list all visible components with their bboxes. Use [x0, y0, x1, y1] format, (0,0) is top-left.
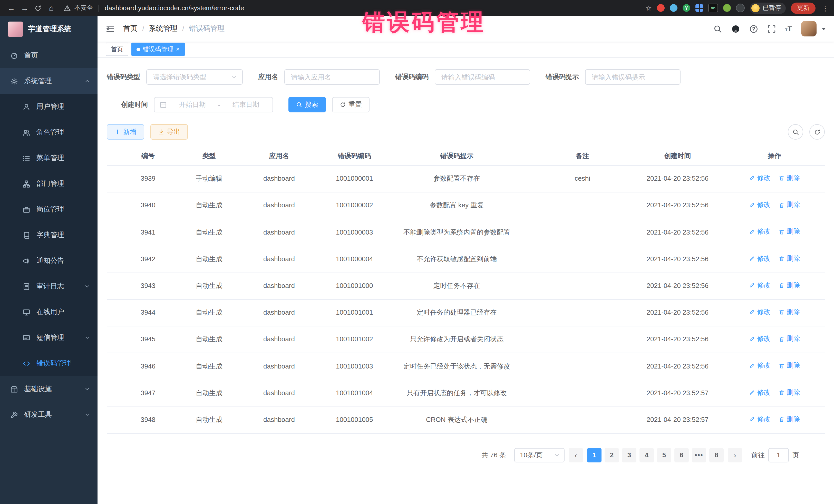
- sidebar-item-dict-mgmt[interactable]: 字典管理: [0, 222, 97, 248]
- edit-button[interactable]: 修改: [749, 200, 770, 211]
- extension-red-icon[interactable]: [657, 4, 665, 12]
- sidebar-item-role-mgmt[interactable]: 角色管理: [0, 119, 97, 145]
- add-button[interactable]: 新增: [107, 124, 144, 139]
- edit-link-label: 修改: [757, 173, 770, 184]
- delete-button[interactable]: 删除: [778, 360, 800, 371]
- show-search-icon-button[interactable]: [788, 124, 803, 139]
- tag-close-icon[interactable]: ×: [176, 46, 180, 52]
- header-message: 错误码提示: [379, 147, 534, 166]
- sidebar-item-error-code-mgmt[interactable]: 错误码管理: [0, 351, 97, 376]
- delete-button[interactable]: 删除: [778, 307, 800, 318]
- cell-created: 2021-04-20 23:52:56: [631, 246, 724, 272]
- sidebar-item-sms-mgmt[interactable]: 短信管理: [0, 325, 97, 351]
- delete-button[interactable]: 删除: [778, 280, 800, 291]
- delete-button[interactable]: 删除: [778, 226, 800, 237]
- profile-chip[interactable]: 已暂停: [750, 2, 786, 14]
- pager-page-1[interactable]: 1: [587, 448, 601, 462]
- pager-page-8[interactable]: 8: [709, 448, 724, 462]
- cell-remark: [534, 300, 631, 326]
- edit-link-label: 修改: [757, 307, 770, 318]
- help-icon[interactable]: [749, 24, 758, 33]
- pager-ellipsis[interactable]: •••: [692, 448, 706, 462]
- extension-green-icon[interactable]: Y: [683, 4, 690, 12]
- delete-button[interactable]: 删除: [778, 334, 800, 344]
- back-icon[interactable]: ←: [5, 2, 18, 14]
- browser-update-button[interactable]: 更新: [791, 2, 815, 14]
- user-avatar[interactable]: [801, 21, 816, 37]
- extension-on-badge[interactable]: on: [708, 4, 718, 12]
- sidebar-item-dev-tools[interactable]: 研发工具: [0, 402, 97, 428]
- sidebar-item-home[interactable]: 首页: [0, 43, 97, 68]
- sidebar-item-notice[interactable]: 通知公告: [0, 248, 97, 273]
- address-bar[interactable]: 不安全 dashboard.yudao.iocoder.cn/system/er…: [64, 4, 244, 12]
- cell-id: 3941: [107, 219, 190, 246]
- table-tools: [788, 124, 825, 139]
- url-text[interactable]: dashboard.yudao.iocoder.cn/system/error-…: [105, 4, 244, 12]
- edit-button[interactable]: 修改: [749, 387, 770, 398]
- breadcrumb-home[interactable]: 首页: [123, 24, 137, 34]
- forward-icon[interactable]: →: [19, 2, 31, 14]
- delete-button[interactable]: 删除: [778, 387, 800, 398]
- breadcrumb-system-mgmt[interactable]: 系统管理: [149, 24, 178, 34]
- error-type-select[interactable]: 请选择错误码类型: [146, 69, 243, 85]
- search-icon[interactable]: [713, 24, 722, 33]
- pager-page-5[interactable]: 5: [657, 448, 671, 462]
- gear-icon: [10, 77, 18, 85]
- sidebar-item-post-mgmt[interactable]: 岗位管理: [0, 197, 97, 222]
- pager-page-6[interactable]: 6: [674, 448, 689, 462]
- sidebar-logo-row[interactable]: 芋道管理系统: [0, 16, 97, 43]
- pager-next-button[interactable]: ›: [728, 448, 742, 462]
- hamburger-icon[interactable]: [106, 24, 115, 34]
- extension-grid-icon[interactable]: [696, 4, 703, 12]
- pager-prev-button[interactable]: ‹: [569, 448, 583, 462]
- delete-button[interactable]: 删除: [778, 414, 800, 425]
- sidebar-item-infrastructure[interactable]: 基础设施: [0, 376, 97, 402]
- avatar-caret-icon[interactable]: [822, 27, 826, 30]
- export-button[interactable]: 导出: [150, 124, 188, 139]
- date-range-picker[interactable]: 开始日期 - 结束日期: [154, 97, 273, 112]
- home-icon[interactable]: ⌂: [45, 2, 58, 14]
- error-hint-input[interactable]: [585, 69, 681, 85]
- extension-paw-icon[interactable]: [723, 4, 731, 12]
- delete-button[interactable]: 删除: [778, 173, 800, 184]
- sidebar-item-system-mgmt[interactable]: 系统管理: [0, 68, 97, 94]
- delete-button[interactable]: 删除: [778, 200, 800, 211]
- browser-menu-icon[interactable]: ⋮: [822, 4, 829, 12]
- page-size-select[interactable]: 10条/页: [514, 448, 565, 462]
- dashboard-icon: [10, 51, 18, 59]
- goto-page-input[interactable]: [768, 448, 789, 462]
- tag-error-code-mgmt[interactable]: 错误码管理 ×: [131, 43, 185, 56]
- font-size-icon[interactable]: тT: [785, 25, 792, 32]
- edit-button[interactable]: 修改: [749, 334, 770, 344]
- tag-home[interactable]: 首页: [106, 43, 128, 56]
- edit-button[interactable]: 修改: [749, 307, 770, 318]
- extensions-puzzle-icon[interactable]: [736, 4, 745, 12]
- edit-button[interactable]: 修改: [749, 226, 770, 237]
- delete-button[interactable]: 删除: [778, 253, 800, 264]
- sidebar-item-menu-mgmt[interactable]: 菜单管理: [0, 145, 97, 171]
- delete-link-label: 删除: [787, 387, 800, 398]
- sidebar-item-user-mgmt[interactable]: 用户管理: [0, 94, 97, 119]
- edit-button[interactable]: 修改: [749, 173, 770, 184]
- edit-button[interactable]: 修改: [749, 280, 770, 291]
- pager-page-2[interactable]: 2: [605, 448, 619, 462]
- extension-blue-icon[interactable]: [670, 4, 678, 12]
- edit-button[interactable]: 修改: [749, 360, 770, 371]
- sidebar-item-dept-mgmt[interactable]: 部门管理: [0, 171, 97, 197]
- search-button[interactable]: 搜索: [288, 97, 326, 112]
- cell-id: 3944: [107, 300, 190, 326]
- sidebar-item-audit-log[interactable]: 审计日志: [0, 273, 97, 299]
- refresh-icon-button[interactable]: [809, 124, 825, 139]
- error-code-input[interactable]: [435, 69, 530, 85]
- reset-button[interactable]: 重置: [332, 97, 370, 112]
- edit-button[interactable]: 修改: [749, 253, 770, 264]
- reload-icon[interactable]: [32, 2, 44, 14]
- pager-page-4[interactable]: 4: [639, 448, 654, 462]
- fullscreen-icon[interactable]: [767, 24, 776, 33]
- pager-page-3[interactable]: 3: [622, 448, 636, 462]
- bookmark-star-icon[interactable]: ☆: [645, 4, 652, 12]
- sidebar-item-online-users[interactable]: 在线用户: [0, 299, 97, 325]
- edit-button[interactable]: 修改: [749, 414, 770, 425]
- app-name-input[interactable]: [284, 69, 380, 85]
- github-icon[interactable]: [731, 24, 740, 33]
